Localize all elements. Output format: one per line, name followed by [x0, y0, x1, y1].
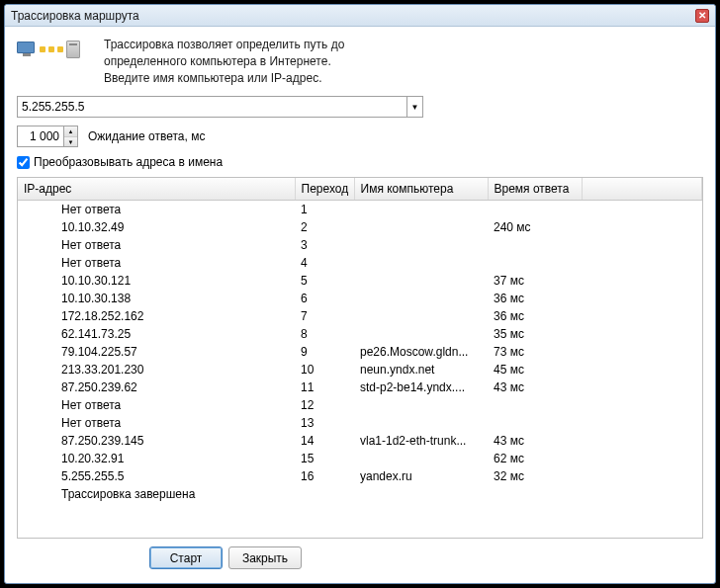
table-row[interactable]: Нет ответа3 [18, 236, 702, 254]
table-row[interactable]: 213.33.201.23010neun.yndx.net45 мс [18, 361, 702, 378]
spinner-up-icon[interactable]: ▲ [64, 126, 77, 137]
table-row[interactable]: 5.255.255.516yandex.ru32 мс [18, 467, 702, 485]
table-row[interactable]: Нет ответа13 [18, 414, 702, 432]
col-hop[interactable]: Переход [295, 178, 354, 201]
col-host[interactable]: Имя компьютера [354, 178, 488, 201]
spinner-down-icon[interactable]: ▼ [64, 137, 77, 147]
col-ip[interactable]: IP-адрес [18, 178, 295, 201]
server-icon [66, 41, 80, 58]
resolve-checkbox[interactable] [17, 156, 30, 169]
table-row[interactable]: Нет ответа12 [18, 396, 702, 414]
start-button[interactable]: Старт [149, 546, 223, 569]
results-table[interactable]: IP-адрес Переход Имя компьютера Время от… [17, 177, 703, 539]
dot-icon [40, 46, 45, 52]
table-row[interactable]: 10.10.30.121537 мс [18, 272, 702, 290]
table-row[interactable]: Нет ответа1 [18, 201, 702, 218]
window-title: Трассировка маршрута [11, 9, 695, 23]
close-button[interactable]: Закрыть [228, 546, 302, 569]
table-row[interactable]: 172.18.252.162736 мс [18, 307, 702, 325]
table-row[interactable]: 79.104.225.579pe26.Moscow.gldn...73 мс [18, 343, 702, 361]
table-row[interactable]: 87.250.239.14514vla1-1d2-eth-trunk...43 … [18, 432, 702, 450]
table-row[interactable]: 10.10.30.138636 мс [18, 290, 702, 307]
dot-icon [57, 46, 63, 52]
monitor-icon [17, 42, 37, 57]
table-row[interactable]: 10.10.32.492240 мс [18, 218, 702, 236]
timeout-input[interactable] [17, 126, 64, 147]
dot-icon [48, 46, 54, 52]
ip-input[interactable] [17, 96, 407, 118]
traceroute-window: Трассировка маршрута ✕ Трассировка позво… [4, 4, 716, 584]
header-icons [17, 41, 80, 58]
table-row[interactable]: 10.20.32.911562 мс [18, 450, 702, 467]
description-text: Трассировка позволяет определить путь до… [104, 37, 344, 86]
table-row[interactable]: Трассировка завершена [18, 485, 702, 503]
table-row[interactable]: 87.250.239.6211std-p2-be14.yndx....43 мс [18, 378, 702, 396]
close-icon[interactable]: ✕ [695, 9, 709, 23]
timeout-label: Ожидание ответа, мс [88, 129, 205, 143]
titlebar[interactable]: Трассировка маршрута ✕ [5, 5, 715, 27]
resolve-label: Преобразовывать адреса в имена [34, 155, 223, 169]
col-spare [582, 178, 702, 201]
ip-dropdown-icon[interactable]: ▼ [407, 96, 423, 118]
table-row[interactable]: 62.141.73.25835 мс [18, 325, 702, 343]
col-rtt[interactable]: Время ответа [488, 178, 582, 201]
table-row[interactable]: Нет ответа4 [18, 254, 702, 272]
